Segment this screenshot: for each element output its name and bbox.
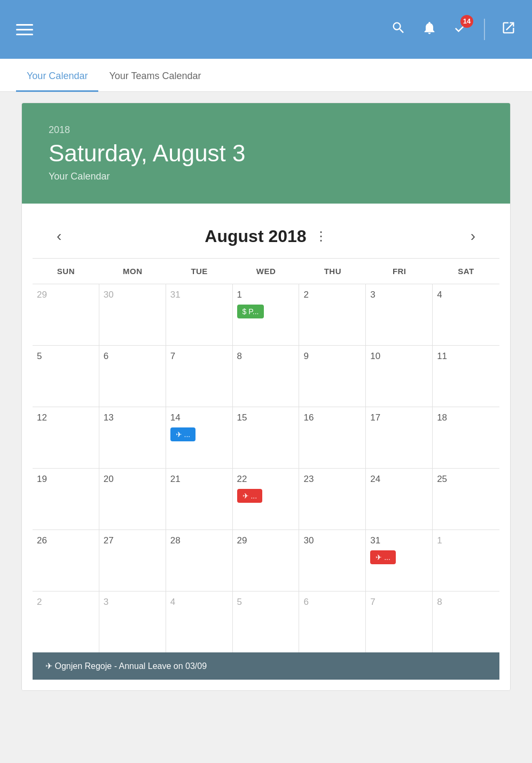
notifications-button[interactable] xyxy=(422,20,437,39)
day-header-fri: FRI xyxy=(366,259,433,284)
tasks-button[interactable]: 14 xyxy=(453,20,468,39)
calendar-cell[interactable]: 31 xyxy=(166,284,233,345)
day-header-tue: TUE xyxy=(166,259,233,284)
calendar-cell[interactable]: 14✈ ... xyxy=(166,407,233,468)
app-header: 14 xyxy=(0,0,532,59)
header-left xyxy=(16,24,33,35)
calendar-cell[interactable]: 30 xyxy=(299,530,366,591)
cell-number: 15 xyxy=(237,412,295,423)
calendar-cell[interactable]: 1 xyxy=(433,530,499,591)
cell-number: 31 xyxy=(170,290,228,300)
cell-number: 3 xyxy=(370,290,428,300)
calendar-cell[interactable]: 23 xyxy=(299,468,366,530)
calendar-cell[interactable]: 29 xyxy=(233,530,300,591)
calendar-cell[interactable]: 17 xyxy=(366,407,433,468)
calendar-cell[interactable]: 6 xyxy=(99,345,166,407)
event-badge[interactable]: ✈ ... xyxy=(370,550,396,564)
cell-number: 5 xyxy=(37,351,95,362)
calendar-cell[interactable]: 28 xyxy=(166,530,233,591)
cell-number: 28 xyxy=(170,535,228,546)
cell-number: 17 xyxy=(370,412,428,423)
cell-number: 13 xyxy=(104,412,161,423)
month-nav: ‹ August 2018 ⋮ › xyxy=(33,214,499,258)
cell-number: 21 xyxy=(170,474,228,485)
day-headers: SUN MON TUE WED THU FRI SAT xyxy=(33,258,499,284)
calendar-cell[interactable]: 5 xyxy=(33,345,99,407)
cell-number: 5 xyxy=(237,597,295,608)
calendar-cell[interactable]: 4 xyxy=(433,284,499,345)
tab-bar: Your Calendar Your Teams Calendar xyxy=(0,59,532,92)
calendar-card: 2018 Saturday, August 3 Your Calendar ‹ … xyxy=(21,103,511,691)
day-header-mon: MON xyxy=(99,259,166,284)
cell-number: 30 xyxy=(303,535,361,546)
cell-number: 2 xyxy=(37,597,95,608)
tab-teams-calendar[interactable]: Your Teams Calendar xyxy=(98,59,212,91)
next-month-button[interactable]: › xyxy=(463,225,483,247)
calendar-cell[interactable]: 12 xyxy=(33,407,99,468)
calendar-cell[interactable]: 16 xyxy=(299,407,366,468)
calendar-cell[interactable]: 8 xyxy=(433,591,499,652)
month-menu-button[interactable]: ⋮ xyxy=(315,229,327,244)
calendar-cell[interactable]: 7 xyxy=(366,591,433,652)
calendar-cell[interactable]: 11 xyxy=(433,345,499,407)
day-header-sat: SAT xyxy=(433,259,499,284)
cell-number: 7 xyxy=(170,351,228,362)
cell-number: 1 xyxy=(437,535,495,546)
main-content: 2018 Saturday, August 3 Your Calendar ‹ … xyxy=(0,103,532,712)
calendar-cell[interactable]: 9 xyxy=(299,345,366,407)
tooltip-text: ✈ Ognjen Regoje - Annual Leave on 03/09 xyxy=(45,661,207,671)
header-divider xyxy=(484,19,485,40)
calendar-cell[interactable]: 8 xyxy=(233,345,300,407)
calendar-header: 2018 Saturday, August 3 Your Calendar xyxy=(22,103,510,204)
cell-number: 31 xyxy=(370,535,428,546)
calendar-body: ‹ August 2018 ⋮ › SUN MON TUE WED THU FR… xyxy=(22,204,510,690)
event-badge[interactable]: ✈ ... xyxy=(237,489,263,503)
event-tooltip-bar: ✈ Ognjen Regoje - Annual Leave on 03/09 xyxy=(33,652,499,680)
calendar-cell[interactable]: 18 xyxy=(433,407,499,468)
calendar-cell[interactable]: 15 xyxy=(233,407,300,468)
calendar-cell[interactable]: 20 xyxy=(99,468,166,530)
prev-month-button[interactable]: ‹ xyxy=(49,225,69,247)
calendar-owner-name: Your Calendar xyxy=(49,171,483,182)
tab-your-calendar[interactable]: Your Calendar xyxy=(16,59,98,91)
calendar-cell[interactable]: 1$ P... xyxy=(233,284,300,345)
tasks-badge: 14 xyxy=(460,15,473,28)
calendar-cell[interactable]: 6 xyxy=(299,591,366,652)
search-button[interactable] xyxy=(391,20,406,39)
calendar-cell[interactable]: 7 xyxy=(166,345,233,407)
cell-number: 12 xyxy=(37,412,95,423)
calendar-cell[interactable]: 22✈ ... xyxy=(233,468,300,530)
cell-number: 18 xyxy=(437,412,495,423)
external-link-button[interactable] xyxy=(501,20,516,39)
calendar-cell[interactable]: 13 xyxy=(99,407,166,468)
header-right: 14 xyxy=(391,19,516,40)
calendar-cell[interactable]: 10 xyxy=(366,345,433,407)
month-title: August 2018 xyxy=(205,227,306,246)
calendar-cell[interactable]: 24 xyxy=(366,468,433,530)
calendar-cell[interactable]: 26 xyxy=(33,530,99,591)
calendar-cell[interactable]: 4 xyxy=(166,591,233,652)
calendar-cell[interactable]: 2 xyxy=(299,284,366,345)
calendar-cell[interactable]: 2 xyxy=(33,591,99,652)
event-badge[interactable]: ✈ ... xyxy=(170,427,196,441)
calendar-cell[interactable]: 19 xyxy=(33,468,99,530)
cell-number: 11 xyxy=(437,351,495,362)
cell-number: 23 xyxy=(303,474,361,485)
cell-number: 14 xyxy=(170,412,228,423)
calendar-cell[interactable]: 31✈ ... xyxy=(366,530,433,591)
calendar-cell[interactable]: 5 xyxy=(233,591,300,652)
calendar-cell[interactable]: 3 xyxy=(366,284,433,345)
calendar-cell[interactable]: 21 xyxy=(166,468,233,530)
calendar-cell[interactable]: 29 xyxy=(33,284,99,345)
cell-number: 27 xyxy=(104,535,161,546)
event-badge[interactable]: $ P... xyxy=(237,305,264,318)
month-title-area: August 2018 ⋮ xyxy=(205,227,327,246)
calendar-cell[interactable]: 30 xyxy=(99,284,166,345)
cell-number: 7 xyxy=(370,597,428,608)
calendar-cell[interactable]: 27 xyxy=(99,530,166,591)
calendar-cell[interactable]: 25 xyxy=(433,468,499,530)
day-header-wed: WED xyxy=(233,259,300,284)
calendar-cell[interactable]: 3 xyxy=(99,591,166,652)
cell-number: 24 xyxy=(370,474,428,485)
hamburger-menu-button[interactable] xyxy=(16,24,33,35)
